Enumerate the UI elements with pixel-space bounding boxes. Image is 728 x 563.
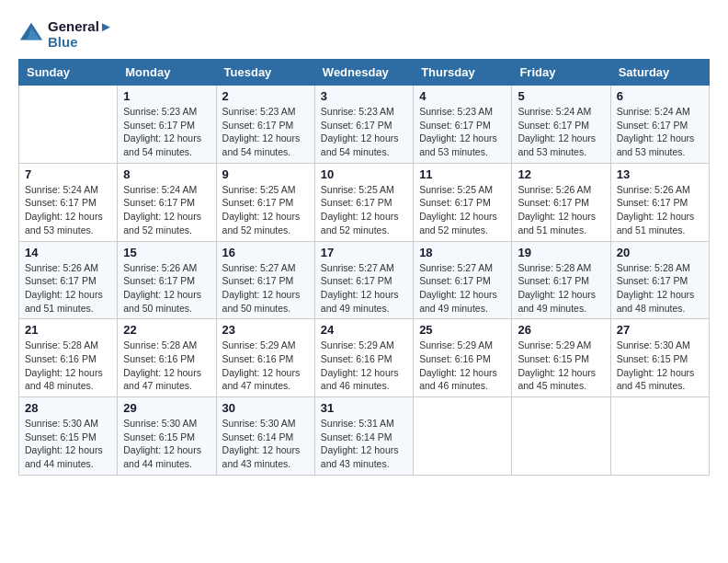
day-cell: 16 Sunrise: 5:27 AM Sunset: 6:17 PM Dayl… [216,241,314,319]
day-number: 9 [222,167,309,181]
day-number: 25 [419,323,506,337]
sunset-text: Sunset: 6:17 PM [419,120,491,131]
sunset-text: Sunset: 6:17 PM [25,197,97,208]
day-number: 30 [222,401,309,415]
daylight-text: Daylight: 12 hours and 43 minutes. [222,444,301,469]
day-number: 2 [222,89,309,103]
day-info: Sunrise: 5:30 AM Sunset: 6:15 PM Dayligh… [25,417,111,471]
day-cell: 30 Sunrise: 5:30 AM Sunset: 6:14 PM Dayl… [216,397,314,476]
day-cell: 19 Sunrise: 5:28 AM Sunset: 6:17 PM Dayl… [512,241,610,319]
day-info: Sunrise: 5:28 AM Sunset: 6:17 PM Dayligh… [518,261,604,316]
sunrise-text: Sunrise: 5:28 AM [617,262,690,273]
sunrise-text: Sunrise: 5:27 AM [222,262,296,273]
day-number: 20 [617,246,703,259]
day-cell: 20 Sunrise: 5:28 AM Sunset: 6:17 PM Dayl… [610,241,709,319]
day-info: Sunrise: 5:24 AM Sunset: 6:17 PM Dayligh… [617,105,703,159]
sunrise-text: Sunrise: 5:28 AM [123,339,197,350]
header-cell-tuesday: Tuesday [216,60,314,86]
daylight-text: Daylight: 12 hours and 54 minutes. [222,132,301,157]
day-number: 4 [419,89,506,103]
sunrise-text: Sunrise: 5:25 AM [222,184,296,195]
sunrise-text: Sunrise: 5:28 AM [518,262,591,273]
day-cell: 21 Sunrise: 5:28 AM Sunset: 6:16 PM Dayl… [19,319,118,397]
day-info: Sunrise: 5:29 AM Sunset: 6:16 PM Dayligh… [222,339,309,393]
day-number: 6 [617,89,703,103]
day-info: Sunrise: 5:31 AM Sunset: 6:14 PM Dayligh… [321,417,407,471]
sunset-text: Sunset: 6:17 PM [617,197,688,208]
sunset-text: Sunset: 6:17 PM [222,197,294,208]
day-cell: 29 Sunrise: 5:30 AM Sunset: 6:15 PM Dayl… [118,397,216,476]
day-info: Sunrise: 5:27 AM Sunset: 6:17 PM Dayligh… [321,261,407,316]
day-cell: 27 Sunrise: 5:30 AM Sunset: 6:15 PM Dayl… [610,319,709,397]
sunset-text: Sunset: 6:17 PM [518,197,589,208]
sunrise-text: Sunrise: 5:25 AM [419,184,493,195]
logo-text: General► Blue [48,18,113,50]
day-number: 21 [25,323,111,337]
daylight-text: Daylight: 12 hours and 49 minutes. [321,289,399,314]
day-info: Sunrise: 5:29 AM Sunset: 6:16 PM Dayligh… [321,339,407,393]
day-cell: 28 Sunrise: 5:30 AM Sunset: 6:15 PM Dayl… [19,397,118,476]
day-info: Sunrise: 5:23 AM Sunset: 6:17 PM Dayligh… [123,105,210,159]
day-number: 22 [123,323,210,337]
day-info: Sunrise: 5:24 AM Sunset: 6:17 PM Dayligh… [25,183,111,237]
day-info: Sunrise: 5:23 AM Sunset: 6:17 PM Dayligh… [321,105,407,159]
sunrise-text: Sunrise: 5:26 AM [25,262,98,273]
sunrise-text: Sunrise: 5:29 AM [321,339,394,350]
day-cell: 3 Sunrise: 5:23 AM Sunset: 6:17 PM Dayli… [314,86,413,164]
sunrise-text: Sunrise: 5:23 AM [321,106,394,117]
logo-icon [18,21,44,47]
sunrise-text: Sunrise: 5:26 AM [518,184,591,195]
day-cell: 4 Sunrise: 5:23 AM Sunset: 6:17 PM Dayli… [414,86,512,164]
day-info: Sunrise: 5:23 AM Sunset: 6:17 PM Dayligh… [419,105,506,159]
day-cell: 17 Sunrise: 5:27 AM Sunset: 6:17 PM Dayl… [314,241,413,319]
sunrise-text: Sunrise: 5:25 AM [321,184,394,195]
daylight-text: Daylight: 12 hours and 43 minutes. [321,444,399,469]
day-info: Sunrise: 5:30 AM Sunset: 6:15 PM Dayligh… [617,339,703,393]
calendar-table: SundayMondayTuesdayWednesdayThursdayFrid… [18,59,710,476]
daylight-text: Daylight: 12 hours and 52 minutes. [123,211,201,236]
day-number: 15 [123,246,210,259]
day-info: Sunrise: 5:25 AM Sunset: 6:17 PM Dayligh… [419,183,506,237]
sunset-text: Sunset: 6:16 PM [321,353,392,364]
sunrise-text: Sunrise: 5:31 AM [321,418,394,429]
day-info: Sunrise: 5:29 AM Sunset: 6:15 PM Dayligh… [518,339,604,393]
sunset-text: Sunset: 6:17 PM [123,275,195,286]
sunrise-text: Sunrise: 5:30 AM [617,339,690,350]
day-cell: 5 Sunrise: 5:24 AM Sunset: 6:17 PM Dayli… [512,86,610,164]
sunrise-text: Sunrise: 5:29 AM [518,339,591,350]
day-number: 11 [419,167,506,181]
sunset-text: Sunset: 6:17 PM [222,275,294,286]
sunset-text: Sunset: 6:14 PM [222,431,294,442]
sunset-text: Sunset: 6:15 PM [123,431,195,442]
day-cell: 8 Sunrise: 5:24 AM Sunset: 6:17 PM Dayli… [118,163,216,241]
daylight-text: Daylight: 12 hours and 45 minutes. [617,367,695,392]
day-info: Sunrise: 5:28 AM Sunset: 6:16 PM Dayligh… [123,339,210,393]
sunset-text: Sunset: 6:17 PM [518,275,589,286]
day-info: Sunrise: 5:29 AM Sunset: 6:16 PM Dayligh… [419,339,506,393]
daylight-text: Daylight: 12 hours and 54 minutes. [123,132,201,157]
week-row-1: 1 Sunrise: 5:23 AM Sunset: 6:17 PM Dayli… [19,86,710,164]
daylight-text: Daylight: 12 hours and 53 minutes. [419,132,497,157]
sunrise-text: Sunrise: 5:26 AM [617,184,690,195]
sunrise-text: Sunrise: 5:26 AM [123,262,197,273]
calendar-body: 1 Sunrise: 5:23 AM Sunset: 6:17 PM Dayli… [19,86,710,476]
sunset-text: Sunset: 6:17 PM [321,275,392,286]
day-cell: 15 Sunrise: 5:26 AM Sunset: 6:17 PM Dayl… [118,241,216,319]
sunrise-text: Sunrise: 5:30 AM [123,418,197,429]
day-info: Sunrise: 5:26 AM Sunset: 6:17 PM Dayligh… [25,261,111,316]
day-cell: 7 Sunrise: 5:24 AM Sunset: 6:17 PM Dayli… [19,163,118,241]
sunset-text: Sunset: 6:17 PM [419,197,491,208]
daylight-text: Daylight: 12 hours and 52 minutes. [222,211,301,236]
day-cell [610,397,709,476]
sunset-text: Sunset: 6:17 PM [518,120,589,131]
day-number: 14 [25,246,111,259]
daylight-text: Daylight: 12 hours and 53 minutes. [518,132,596,157]
sunrise-text: Sunrise: 5:23 AM [419,106,493,117]
header: General► Blue [18,18,710,50]
day-info: Sunrise: 5:30 AM Sunset: 6:15 PM Dayligh… [123,417,210,471]
daylight-text: Daylight: 12 hours and 54 minutes. [321,132,399,157]
day-number: 7 [25,167,111,181]
daylight-text: Daylight: 12 hours and 48 minutes. [25,367,103,392]
day-cell [414,397,512,476]
sunrise-text: Sunrise: 5:30 AM [222,418,296,429]
